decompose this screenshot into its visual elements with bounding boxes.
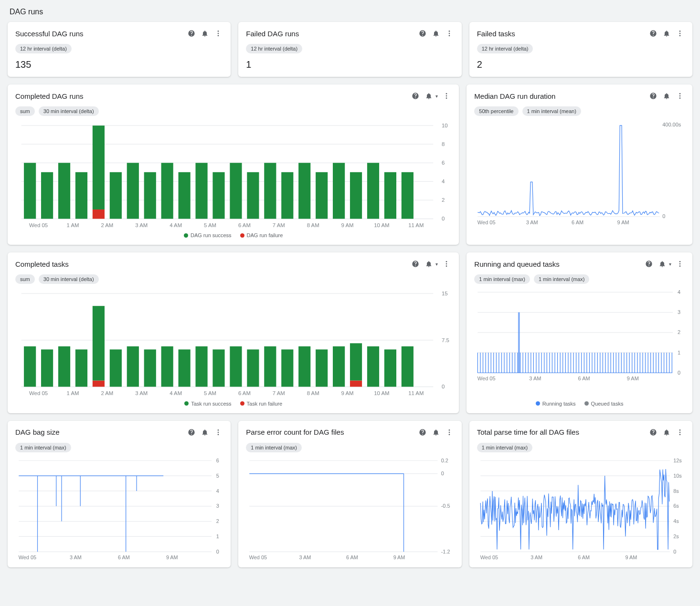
bell-icon[interactable] <box>662 428 671 437</box>
svg-rect-85 <box>110 350 122 387</box>
svg-text:6 AM: 6 AM <box>238 391 251 397</box>
chip-interval: 1 min interval (max) <box>474 274 530 284</box>
chip-sum: sum <box>15 274 35 284</box>
svg-rect-45 <box>367 163 379 219</box>
svg-text:2s: 2s <box>673 533 679 539</box>
bell-icon[interactable] <box>424 91 434 101</box>
svg-text:11 AM: 11 AM <box>408 391 424 397</box>
help-icon[interactable] <box>411 259 420 269</box>
bell-icon[interactable] <box>424 259 434 269</box>
bell-icon[interactable] <box>662 91 671 101</box>
svg-text:10: 10 <box>442 123 448 128</box>
help-icon[interactable] <box>187 428 196 437</box>
card-title: Completed DAG runs <box>15 92 84 100</box>
chevron-down-icon[interactable]: ▾ <box>669 261 671 267</box>
svg-point-134 <box>218 431 219 433</box>
svg-text:0: 0 <box>441 470 444 476</box>
svg-text:2 AM: 2 AM <box>101 391 113 397</box>
svg-point-162 <box>448 434 450 435</box>
svg-text:9 AM: 9 AM <box>341 222 354 228</box>
svg-point-1 <box>218 33 219 34</box>
card-title: Failed DAG runs <box>246 30 299 38</box>
svg-text:8 AM: 8 AM <box>307 391 319 397</box>
svg-point-116 <box>679 261 681 262</box>
svg-rect-35 <box>195 163 207 219</box>
svg-rect-38 <box>247 172 259 219</box>
svg-text:1 AM: 1 AM <box>67 222 79 228</box>
svg-rect-24 <box>24 163 36 219</box>
svg-text:0: 0 <box>442 384 445 390</box>
svg-text:9 AM: 9 AM <box>393 554 405 560</box>
svg-rect-89 <box>179 350 191 387</box>
more-icon[interactable] <box>213 428 223 437</box>
card-failed-runs: Failed DAG runs 12 hr interval (delta) 1 <box>238 22 461 77</box>
chip-interval: 30 min interval (delta) <box>39 274 99 284</box>
help-icon[interactable] <box>648 29 658 38</box>
svg-rect-83 <box>93 381 105 387</box>
more-icon[interactable] <box>442 91 451 101</box>
svg-text:6s: 6s <box>673 503 679 509</box>
chart-running-queued: 01234Wed 053 AM6 AM9 AM <box>474 289 685 382</box>
svg-text:9 AM: 9 AM <box>166 554 178 560</box>
bell-icon[interactable] <box>658 259 667 269</box>
svg-text:4 AM: 4 AM <box>170 391 182 397</box>
svg-rect-97 <box>316 350 328 387</box>
help-icon[interactable] <box>411 91 420 101</box>
chart-completed-runs: 0246810Wed 051 AM2 AM3 AM4 AM5 AM6 AM7 A… <box>15 121 451 230</box>
bell-icon[interactable] <box>662 29 671 38</box>
svg-text:3 AM: 3 AM <box>70 554 82 560</box>
svg-text:Wed 05: Wed 05 <box>29 391 48 397</box>
svg-text:0: 0 <box>442 216 445 221</box>
svg-text:2: 2 <box>678 330 680 335</box>
more-icon[interactable] <box>445 428 454 437</box>
svg-rect-29 <box>93 125 105 209</box>
svg-text:2: 2 <box>442 197 445 203</box>
svg-text:8s: 8s <box>673 488 679 493</box>
help-icon[interactable] <box>644 259 654 269</box>
chart-dag-bag: 0123456Wed 053 AM6 AM9 AM <box>15 457 223 561</box>
card-title: Parse error count for DAG files <box>246 428 344 436</box>
help-icon[interactable] <box>418 428 427 437</box>
svg-text:3 AM: 3 AM <box>526 219 538 225</box>
svg-rect-92 <box>230 346 242 387</box>
more-icon[interactable] <box>675 91 685 101</box>
more-icon[interactable] <box>445 29 454 38</box>
chevron-down-icon[interactable]: ▾ <box>435 94 438 99</box>
help-icon[interactable] <box>648 428 658 437</box>
chart-parse-time: 02s4s6s8s10s12sWed 053 AM6 AM9 AM <box>477 457 685 561</box>
svg-point-177 <box>679 431 681 433</box>
svg-text:3: 3 <box>678 310 680 315</box>
more-icon[interactable] <box>675 428 685 437</box>
help-icon[interactable] <box>418 29 427 38</box>
svg-text:9 AM: 9 AM <box>625 554 637 560</box>
card-title: Running and queued tasks <box>474 260 559 268</box>
svg-text:0: 0 <box>216 549 219 554</box>
svg-point-4 <box>448 33 450 34</box>
more-icon[interactable] <box>442 259 451 269</box>
chip-interval: 1 min interval (max) <box>15 443 71 452</box>
chevron-down-icon[interactable]: ▾ <box>435 261 438 267</box>
svg-rect-41 <box>298 163 310 219</box>
bell-icon[interactable] <box>200 428 210 437</box>
svg-point-117 <box>679 263 681 265</box>
help-icon[interactable] <box>648 91 658 101</box>
svg-text:3 AM: 3 AM <box>135 391 148 397</box>
bell-icon[interactable] <box>431 29 441 38</box>
svg-text:3 AM: 3 AM <box>530 376 541 381</box>
bell-icon[interactable] <box>200 29 210 38</box>
bell-icon[interactable] <box>431 428 441 437</box>
help-icon[interactable] <box>187 29 196 38</box>
legend-failure: DAG run failure <box>240 232 283 238</box>
svg-text:6: 6 <box>216 458 219 463</box>
more-icon[interactable] <box>675 259 685 269</box>
more-icon[interactable] <box>213 29 223 38</box>
section-title: DAG runs <box>8 8 692 16</box>
card-title: Median DAG run duration <box>474 92 555 100</box>
svg-text:0: 0 <box>678 370 680 376</box>
svg-rect-99 <box>350 381 362 387</box>
svg-text:12s: 12s <box>673 458 682 463</box>
svg-text:1 AM: 1 AM <box>67 391 79 397</box>
svg-point-61 <box>679 95 681 97</box>
legend-success: DAG run success <box>184 232 232 238</box>
more-icon[interactable] <box>675 29 685 38</box>
